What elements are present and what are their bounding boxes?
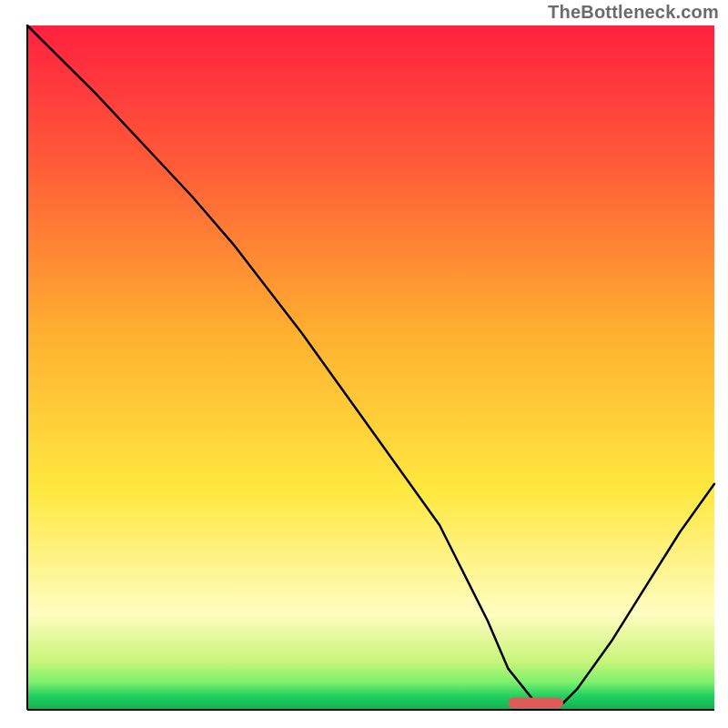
plot-area: [27, 25, 714, 710]
chart-svg: [0, 0, 728, 728]
watermark-text: TheBottleneck.com: [548, 2, 719, 23]
gradient-background: [27, 25, 714, 710]
bottleneck-chart: TheBottleneck.com: [0, 0, 728, 728]
optimum-marker: [509, 698, 563, 709]
